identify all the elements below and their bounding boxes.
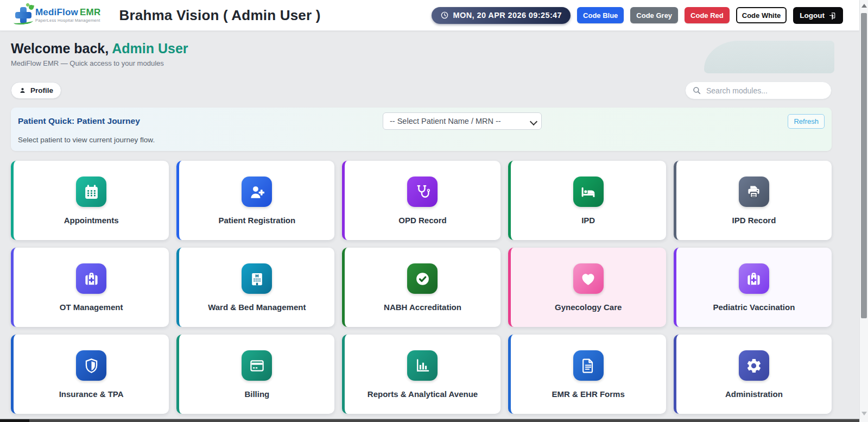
module-card-billing[interactable]: Billing: [176, 335, 334, 414]
code-button-code-grey[interactable]: Code Grey: [630, 7, 678, 23]
heart-icon: [573, 263, 604, 294]
stethoscope-icon: [407, 177, 438, 207]
module-label: Billing: [240, 389, 274, 399]
search-box: [685, 81, 832, 99]
decorative-banner: [704, 41, 834, 73]
module-card-ipd[interactable]: IPD: [508, 161, 666, 240]
clock-icon: [440, 11, 449, 20]
patient-journey-title: Patient Quick: Patient Journey: [18, 116, 140, 126]
module-card-patient-registration[interactable]: Patient Registration: [176, 161, 334, 240]
module-label: IPD Record: [727, 216, 780, 225]
module-card-reports-analytical-avenue[interactable]: Reports & Analytical Avenue: [342, 335, 500, 414]
shield-icon: [76, 350, 106, 381]
scroll-up-arrow-icon[interactable]: [861, 4, 867, 8]
window-bottom-edge: [0, 419, 868, 422]
module-label: Ward & Bed Management: [204, 303, 310, 312]
module-label: Reports & Analytical Avenue: [363, 389, 482, 399]
module-card-ot-management[interactable]: OT Management: [11, 248, 169, 327]
medkit-icon: [739, 263, 769, 294]
hospital-icon: [242, 263, 272, 294]
modules-grid: Appointments Patient Registration OPD Re…: [11, 161, 832, 414]
user-plus-icon: [242, 177, 272, 207]
code-button-code-red[interactable]: Code Red: [685, 7, 730, 23]
person-icon: [19, 87, 26, 94]
module-card-opd-record[interactable]: OPD Record: [342, 161, 500, 240]
module-label: NABH Accreditation: [379, 303, 466, 312]
welcome-heading: Welcome back, Admin User: [11, 41, 188, 56]
module-label: OPD Record: [394, 216, 451, 225]
bar-chart-icon: [407, 350, 438, 381]
refresh-button[interactable]: Refresh: [788, 114, 825, 129]
logout-icon: [828, 11, 837, 20]
logo-cross-icon: [15, 7, 31, 23]
welcome-subtitle: MediFlow EMR — Quick access to your modu…: [11, 59, 164, 67]
module-card-insurance-tpa[interactable]: Insurance & TPA: [11, 335, 169, 414]
search-icon: [692, 86, 701, 95]
check-circle-icon: [407, 263, 438, 294]
module-card-administration[interactable]: Administration: [674, 335, 832, 414]
module-label: Gynecology Care: [550, 303, 626, 312]
main-content: Welcome back, Admin User MediFlow EMR — …: [0, 31, 859, 422]
app-header: MediFlowEMR PaperLess Hospital Managemen…: [0, 0, 859, 31]
module-label: Pediatric Vaccination: [708, 303, 799, 312]
page-title: Brahma Vision ( Admin User ): [119, 7, 320, 24]
datetime-text: MON, 20 APR 2026 09:25:47: [453, 11, 562, 20]
gear-icon: [739, 350, 769, 381]
vertical-scrollbar[interactable]: [859, 0, 868, 422]
file-text-icon: [573, 350, 604, 381]
logo-brand: MediFlowEMR: [35, 8, 100, 17]
profile-button[interactable]: Profile: [11, 82, 61, 99]
medkit-icon: [76, 263, 106, 294]
app-window: MediFlowEMR PaperLess Hospital Managemen…: [0, 0, 868, 422]
logout-button[interactable]: Logout: [793, 7, 843, 24]
scrollbar-thumb[interactable]: [861, 13, 867, 318]
printer-icon: [739, 177, 769, 207]
module-label: Administration: [721, 389, 787, 399]
module-card-gynecology-care[interactable]: Gynecology Care: [508, 248, 666, 327]
patient-select[interactable]: -- Select Patient Name / MRN --: [383, 112, 542, 130]
module-label: Appointments: [60, 216, 123, 225]
welcome-user-name: Admin User: [109, 41, 188, 56]
module-label: Insurance & TPA: [55, 389, 128, 399]
logo-tagline: PaperLess Hospital Management: [35, 18, 100, 23]
module-label: EMR & EHR Forms: [548, 389, 629, 399]
calendar-icon: [76, 177, 106, 207]
patient-select-wrap: -- Select Patient Name / MRN --: [383, 112, 542, 130]
scroll-down-arrow-icon[interactable]: [861, 412, 867, 415]
module-card-nabh-accreditation[interactable]: NABH Accreditation: [342, 248, 500, 327]
module-card-emr-ehr-forms[interactable]: EMR & EHR Forms: [508, 335, 666, 414]
credit-card-icon: [242, 350, 272, 381]
module-card-pediatric-vaccination[interactable]: Pediatric Vaccination: [674, 248, 832, 327]
module-label: OT Management: [55, 303, 128, 312]
bed-icon: [573, 177, 604, 207]
module-card-appointments[interactable]: Appointments: [11, 161, 169, 240]
module-card-ward-bed-management[interactable]: Ward & Bed Management: [176, 248, 334, 327]
datetime-badge: MON, 20 APR 2026 09:25:47: [432, 7, 571, 24]
app-logo: MediFlowEMR PaperLess Hospital Managemen…: [15, 7, 100, 23]
code-buttons: Code BlueCode GreyCode RedCode White: [577, 7, 787, 23]
search-input[interactable]: [685, 81, 832, 99]
code-button-code-white[interactable]: Code White: [736, 7, 787, 23]
patient-journey-panel: Patient Quick: Patient Journey Select pa…: [11, 108, 832, 151]
module-card-ipd-record[interactable]: IPD Record: [674, 161, 832, 240]
code-button-code-blue[interactable]: Code Blue: [577, 7, 624, 23]
module-label: IPD: [577, 216, 599, 225]
patient-journey-hint: Select patient to view current journey f…: [18, 136, 155, 144]
module-label: Patient Registration: [214, 216, 300, 225]
